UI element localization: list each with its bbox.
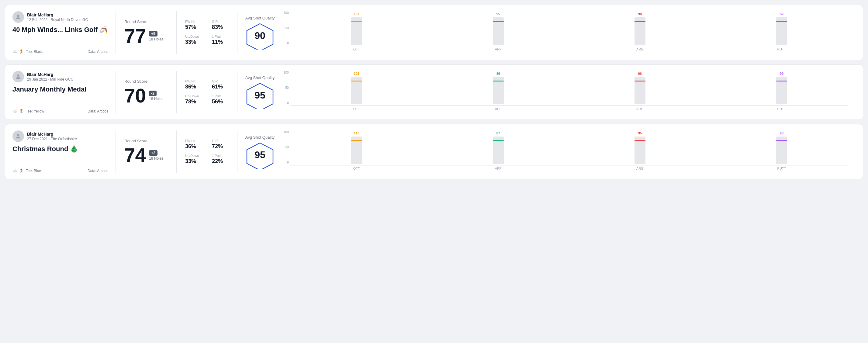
one-putt-value: 11% xyxy=(212,39,230,45)
round-card-round-1: Blair McHarg 12 Feb 2022 · Royal North D… xyxy=(5,5,863,60)
chart-area: 100 50 0 101 86 xyxy=(284,71,848,111)
gir-value: 72% xyxy=(212,143,230,150)
bar-group-arg: 96 xyxy=(574,72,707,104)
chart-labels: OTTAPPARGPUTT xyxy=(290,48,848,51)
stats-section: FW Hit 57% GIR 83% Up/Down 33% 1 Putt xyxy=(177,11,238,54)
hexagon-container: 95 xyxy=(245,82,275,109)
quality-score: 95 xyxy=(254,149,266,161)
avatar xyxy=(12,71,24,83)
round-card-round-3: Blair McHarg 27 Dec 2021 · The Oxfordshi… xyxy=(5,124,863,179)
one-putt-label: 1 Putt xyxy=(212,35,230,38)
bar-value-ott: 107 xyxy=(354,12,359,16)
round-left-section: Blair McHarg 27 Dec 2021 · The Oxfordshi… xyxy=(12,130,116,173)
bar-value-putt: 99 xyxy=(780,72,783,75)
tee-info: ☁️ 🏌️ Tee: Yellow xyxy=(12,109,44,114)
bar-background xyxy=(351,20,362,45)
chart-labels: OTTAPPARGPUTT xyxy=(290,167,848,170)
chart-axis-label: APP xyxy=(432,48,565,51)
chart-y-axis: 100 50 0 xyxy=(284,71,289,106)
score-label: Round Score xyxy=(124,79,168,84)
stats-row-bottom: Up/Down 33% 1 Putt 11% xyxy=(185,35,229,45)
gir-stat: GIR 61% xyxy=(212,80,230,90)
bar-background xyxy=(351,139,362,164)
one-putt-stat: 1 Putt 22% xyxy=(212,154,230,164)
bar-group-ott: 101 xyxy=(290,72,423,104)
fw-hit-stat: FW Hit 86% xyxy=(185,80,204,90)
chart-axis-label: APP xyxy=(432,167,565,170)
chart-container: 100 50 0 110 87 xyxy=(284,130,848,173)
holes-label: 18 Holes xyxy=(149,97,163,101)
bar-value-arg: 96 xyxy=(638,72,642,75)
bar-line xyxy=(776,81,787,82)
quality-left: Avg Shot Quality 95 xyxy=(245,135,275,169)
user-date: 12 Feb 2022 · Royal North Devon GC xyxy=(27,18,88,22)
round-top: Blair McHarg 29 Jan 2022 · Mill Ride GCC… xyxy=(12,71,108,96)
fw-hit-stat: FW Hit 36% xyxy=(185,139,204,150)
hexagon-container: 95 xyxy=(245,142,275,169)
bar-wrapper xyxy=(493,17,504,45)
chart-bars-area: 107 95 98 xyxy=(290,11,848,51)
avatar xyxy=(12,130,24,142)
chart-bars: 107 95 98 xyxy=(290,11,848,46)
round-title[interactable]: 40 Mph Winds... Links Golf 🪃 xyxy=(12,26,108,34)
bar-value-app: 95 xyxy=(496,12,500,16)
updown-label: Up/Down xyxy=(185,94,204,98)
score-label: Round Score xyxy=(124,139,168,143)
data-source: Data: Arccos xyxy=(88,109,108,114)
chart-container: 100 50 0 107 95 xyxy=(284,11,848,54)
tee-label: Tee: Black xyxy=(26,50,42,54)
bar-value-arg: 95 xyxy=(638,131,642,135)
stats-section: FW Hit 36% GIR 72% Up/Down 33% 1 Putt xyxy=(177,130,238,173)
round-title[interactable]: January Monthly Medal xyxy=(12,86,108,93)
fw-hit-label: FW Hit xyxy=(185,80,204,83)
chart-bars-area: 110 87 95 xyxy=(290,130,848,170)
bar-line xyxy=(493,81,504,82)
one-putt-value: 22% xyxy=(212,158,230,164)
score-diff-badge: +5 xyxy=(149,31,157,36)
score-badge: +5 18 Holes xyxy=(149,31,163,41)
chart-axis-label: PUTT xyxy=(715,48,848,51)
stats-row-top: FW Hit 36% GIR 72% xyxy=(185,139,229,150)
stats-row-top: FW Hit 57% GIR 83% xyxy=(185,20,229,30)
svg-point-2 xyxy=(17,74,19,76)
chart-axis-label: ARG xyxy=(574,107,707,111)
bar-wrapper xyxy=(493,136,504,164)
round-top: Blair McHarg 12 Feb 2022 · Royal North D… xyxy=(12,11,108,36)
bar-line xyxy=(776,21,787,22)
fw-hit-value: 86% xyxy=(185,84,204,90)
bar-wrapper xyxy=(351,77,362,104)
round-title[interactable]: Christmas Round 🎄 xyxy=(12,145,108,153)
chart-bars: 101 86 96 xyxy=(290,71,848,106)
bar-background xyxy=(634,142,646,164)
chart-axis-label: PUTT xyxy=(715,107,848,111)
bar-background xyxy=(634,22,646,45)
bar-line xyxy=(351,81,362,82)
gir-stat: GIR 72% xyxy=(212,139,230,150)
score-section: Round Score 74 +2 18 Holes xyxy=(116,130,177,173)
user-details: Blair McHarg 12 Feb 2022 · Royal North D… xyxy=(27,12,88,22)
gir-value: 83% xyxy=(212,24,230,30)
bar-background xyxy=(493,144,504,164)
bar-line xyxy=(634,81,646,82)
round-bottom-info: ☁️ 🏌️ Tee: Black Data: Arccos xyxy=(12,49,108,54)
quality-label: Avg Shot Quality xyxy=(245,75,275,80)
bar-wrapper xyxy=(776,136,787,164)
bag-icon: 🏌️ xyxy=(19,49,24,54)
round-left-section: Blair McHarg 29 Jan 2022 · Mill Ride GCC… xyxy=(12,71,116,114)
gir-label: GIR xyxy=(212,20,230,23)
user-icon xyxy=(15,133,22,139)
fw-hit-label: FW Hit xyxy=(185,139,204,143)
bar-background xyxy=(776,82,787,104)
weather-icon: ☁️ xyxy=(12,49,17,54)
bag-icon: 🏌️ xyxy=(19,109,24,114)
user-date: 29 Jan 2022 · Mill Ride GCC xyxy=(27,77,73,82)
bar-line xyxy=(351,140,362,141)
gir-stat: GIR 83% xyxy=(212,20,230,30)
bar-wrapper xyxy=(634,17,646,45)
bar-background xyxy=(776,26,787,45)
quality-label: Avg Shot Quality xyxy=(245,16,275,20)
updown-stat: Up/Down 33% xyxy=(185,35,204,45)
user-icon xyxy=(15,14,22,20)
score-number: 70 xyxy=(124,86,146,105)
bar-value-ott: 101 xyxy=(354,72,359,75)
